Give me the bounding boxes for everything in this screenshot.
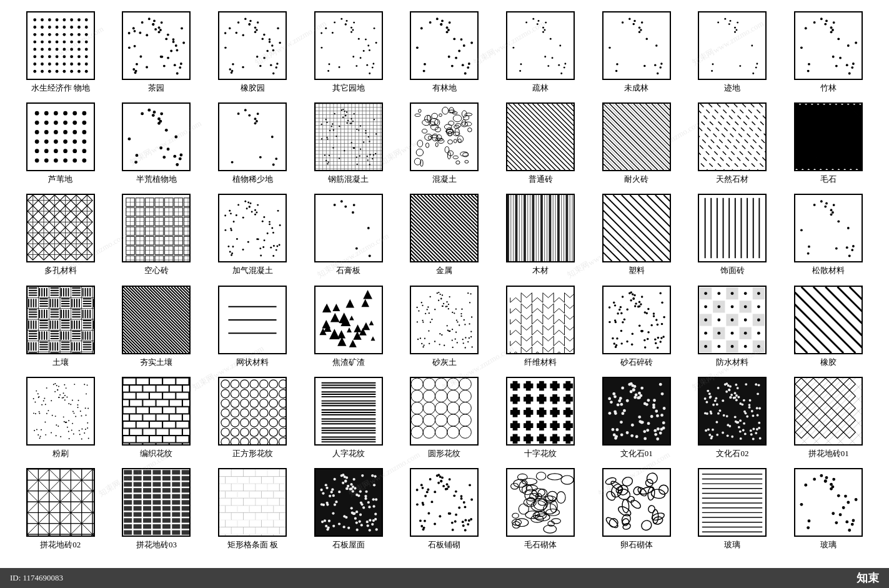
pattern-sand-ash <box>410 286 479 354</box>
cell-slate-pave: 石板铺砌 <box>397 463 493 554</box>
svg-point-149 <box>372 67 374 69</box>
svg-point-1695 <box>39 437 40 439</box>
svg-point-1481 <box>471 316 472 317</box>
svg-point-1556 <box>633 294 635 296</box>
svg-point-379 <box>340 109 342 111</box>
svg-point-1557 <box>608 321 610 322</box>
svg-rect-2424 <box>232 513 243 520</box>
svg-point-378 <box>352 121 354 122</box>
svg-point-1637 <box>744 345 747 348</box>
svg-point-2513 <box>350 507 352 509</box>
svg-rect-1435 <box>315 287 382 353</box>
svg-point-222 <box>641 21 643 23</box>
svg-point-1509 <box>470 336 472 337</box>
cell-concrete: 混凝土 <box>397 97 493 189</box>
svg-rect-2444 <box>280 527 286 534</box>
svg-point-21 <box>48 47 51 51</box>
svg-point-1678 <box>58 386 59 387</box>
svg-point-2092 <box>727 384 730 387</box>
svg-point-977 <box>340 201 343 203</box>
svg-point-1467 <box>452 339 453 341</box>
svg-point-1469 <box>424 344 425 346</box>
svg-rect-2353 <box>133 518 142 524</box>
svg-point-940 <box>225 229 227 231</box>
svg-point-125 <box>279 42 281 44</box>
label-rough-stone: 毛石 <box>820 174 837 185</box>
svg-point-2537 <box>354 487 356 489</box>
svg-point-2051 <box>751 410 753 412</box>
svg-point-74 <box>179 66 182 69</box>
svg-point-314 <box>135 161 138 164</box>
svg-point-953 <box>277 210 279 212</box>
svg-point-244 <box>735 31 737 33</box>
svg-point-385 <box>327 162 329 163</box>
svg-point-1645 <box>757 345 760 348</box>
svg-point-400 <box>363 142 364 143</box>
svg-point-974 <box>233 221 235 223</box>
svg-point-26 <box>56 26 59 29</box>
svg-point-320 <box>153 111 156 114</box>
svg-point-2122 <box>705 429 708 432</box>
svg-point-291 <box>63 139 67 144</box>
svg-point-43 <box>70 33 73 36</box>
svg-rect-2298 <box>143 469 152 475</box>
svg-point-2541 <box>447 486 450 488</box>
cell-rebar-concrete: 钢筋混凝土 <box>300 97 397 189</box>
svg-point-1672 <box>39 436 41 437</box>
svg-point-167 <box>338 66 340 68</box>
svg-point-2550 <box>446 483 449 486</box>
svg-point-2517 <box>372 505 375 507</box>
svg-point-2019 <box>643 437 647 440</box>
cell-fiber: 纤维材料 <box>492 281 589 372</box>
svg-rect-2339 <box>133 506 142 511</box>
svg-point-230 <box>608 47 610 49</box>
svg-point-1513 <box>427 309 428 310</box>
zhidao-logo: 知束 <box>857 571 879 586</box>
svg-point-2535 <box>354 517 357 519</box>
svg-point-403 <box>320 124 322 125</box>
svg-point-2592 <box>426 491 429 493</box>
cell-circle-pattern: 圆形花纹 <box>397 372 493 463</box>
svg-point-1722 <box>63 416 64 417</box>
svg-point-2536 <box>322 504 325 506</box>
svg-point-419 <box>342 117 344 118</box>
svg-point-94 <box>176 49 179 51</box>
svg-point-1619 <box>718 318 721 321</box>
svg-point-2132 <box>735 384 738 386</box>
svg-point-127 <box>249 24 251 26</box>
svg-rect-2349 <box>162 512 171 517</box>
cell-hollow-brick: 空心砖 <box>109 189 205 280</box>
svg-point-1514 <box>445 306 447 307</box>
svg-point-2056 <box>734 392 737 394</box>
cell-waterproof: 防水材料 <box>685 281 781 372</box>
svg-rect-2307 <box>162 476 171 481</box>
svg-point-2096 <box>719 409 722 412</box>
svg-rect-1897 <box>411 378 477 444</box>
svg-point-1693 <box>81 415 82 416</box>
svg-point-2482 <box>338 522 340 525</box>
svg-point-2074 <box>757 392 760 395</box>
pattern-fiber <box>506 286 575 354</box>
svg-point-2070 <box>748 404 751 406</box>
svg-point-2698 <box>837 494 840 497</box>
svg-point-1631 <box>744 292 747 295</box>
svg-point-2561 <box>420 484 423 486</box>
svg-point-151 <box>350 31 352 33</box>
svg-point-1490 <box>465 324 466 325</box>
svg-point-45 <box>70 47 73 51</box>
svg-point-46 <box>70 55 73 58</box>
svg-point-964 <box>236 238 238 240</box>
svg-point-1600 <box>638 324 640 326</box>
pattern-barren <box>698 11 767 80</box>
svg-point-1465 <box>465 347 466 348</box>
svg-point-1998 <box>650 415 653 418</box>
svg-point-421 <box>356 164 357 165</box>
svg-point-287 <box>54 159 58 163</box>
svg-point-105 <box>237 21 239 23</box>
svg-point-392 <box>321 138 322 139</box>
svg-rect-2341 <box>152 506 161 511</box>
svg-point-157 <box>358 38 360 40</box>
svg-point-1746 <box>66 396 67 397</box>
svg-point-1633 <box>744 305 747 308</box>
svg-point-306 <box>141 112 144 116</box>
